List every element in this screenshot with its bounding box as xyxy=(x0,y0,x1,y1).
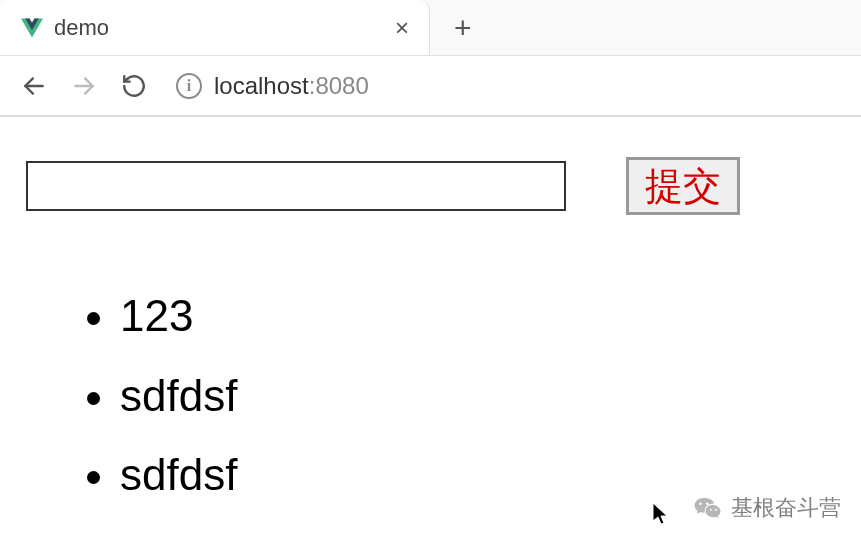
tab-bar: demo × + xyxy=(0,0,861,56)
back-icon[interactable] xyxy=(20,72,48,100)
watermark-text: 基根奋斗营 xyxy=(731,493,841,523)
browser-tab[interactable]: demo × xyxy=(0,0,430,55)
new-tab-icon[interactable]: + xyxy=(430,11,496,45)
reload-icon[interactable] xyxy=(120,72,148,100)
url-port: :8080 xyxy=(309,72,369,99)
item-list: 123 sdfdsf sdfdsf xyxy=(20,285,841,506)
vue-favicon-icon xyxy=(20,16,44,40)
wechat-icon xyxy=(693,493,723,523)
nav-bar: i localhost:8080 xyxy=(0,56,861,116)
list-item: sdfdsf xyxy=(120,365,841,427)
browser-chrome: demo × + i localhost:8080 xyxy=(0,0,861,117)
tab-close-icon[interactable]: × xyxy=(389,14,415,42)
svg-point-3 xyxy=(706,503,709,506)
cursor-icon xyxy=(651,501,671,527)
url-text: localhost:8080 xyxy=(214,72,369,100)
svg-point-2 xyxy=(699,503,702,506)
form-row: 提交 xyxy=(20,137,841,215)
url-host: localhost xyxy=(214,72,309,99)
tab-title: demo xyxy=(54,15,379,41)
submit-button[interactable]: 提交 xyxy=(626,157,740,215)
text-input[interactable] xyxy=(26,161,566,211)
site-info-icon[interactable]: i xyxy=(176,73,202,99)
svg-point-4 xyxy=(710,509,712,511)
address-bar[interactable]: i localhost:8080 xyxy=(170,72,841,100)
forward-icon[interactable] xyxy=(70,72,98,100)
page-content: 提交 123 sdfdsf sdfdsf xyxy=(0,117,861,506)
list-item: 123 xyxy=(120,285,841,347)
svg-point-5 xyxy=(715,509,717,511)
watermark: 基根奋斗营 xyxy=(693,493,841,523)
